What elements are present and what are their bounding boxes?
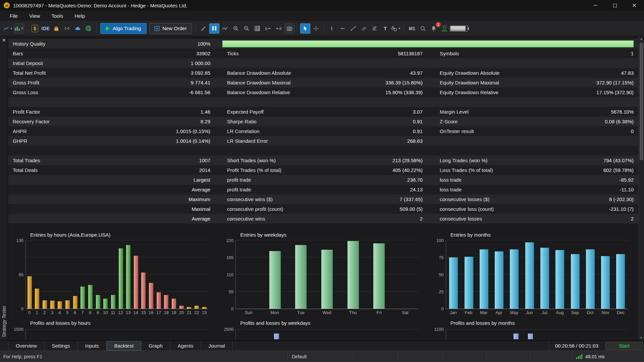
stat-label: profit trade — [227, 177, 251, 183]
stats-row[interactable]: Initial Deposit1 000.00 — [8, 58, 638, 68]
x-tick-label: 23 — [201, 310, 208, 315]
mt5-window: 10008297497 - MetaQuotes-Demo: Demo Acco… — [0, 0, 644, 362]
x-tick-label: 17 — [155, 310, 163, 315]
stats-row[interactable] — [8, 146, 638, 156]
trendline-button[interactable] — [348, 23, 358, 34]
stats-row[interactable]: Averageprofit trade24.13loss trade-11.10 — [8, 185, 638, 194]
fibonacci-button[interactable] — [370, 23, 380, 34]
bar-slot — [552, 240, 568, 309]
stat-value: 581136187 — [398, 51, 423, 56]
scrollbar-thumb[interactable] — [640, 43, 643, 160]
cursor-button[interactable] — [300, 23, 310, 34]
new-chart-button[interactable]: ▼ — [3, 23, 13, 34]
zigzag-button[interactable] — [220, 23, 230, 34]
timeframe-m1-button[interactable]: M1 — [407, 23, 417, 34]
tick-chart-button[interactable] — [199, 23, 209, 34]
search-icon — [420, 25, 426, 32]
stats-row[interactable] — [8, 97, 638, 107]
scroll-down-icon[interactable]: ▼ — [640, 335, 643, 341]
search-button[interactable] — [418, 23, 428, 34]
tab-backtest[interactable]: Backtest — [107, 341, 142, 351]
status-profile[interactable]: Default — [287, 351, 353, 362]
cloud-button[interactable] — [73, 23, 83, 34]
backtest-stats-table: History Quality100%Bars33902Ticks5811361… — [8, 36, 638, 224]
stats-row[interactable]: Maximalconsecutive profit (count)509.00 … — [8, 204, 638, 214]
bar-3 — [50, 301, 55, 309]
crosshair-button[interactable] — [311, 23, 321, 34]
bar-1 — [35, 289, 39, 309]
stats-row[interactable]: GHPR1.0014 (0.14%)LR Standard Error268.6… — [8, 136, 638, 146]
stat-value: 268.63 — [407, 138, 423, 144]
zoom-out-button[interactable] — [241, 23, 252, 34]
community-button[interactable] — [84, 23, 94, 34]
menu-help[interactable]: Help — [69, 11, 91, 21]
shift-chart-button[interactable] — [274, 23, 284, 34]
stats-row[interactable]: Maximumconsecutive wins ($)7 (337.65)con… — [8, 194, 638, 204]
stats-row[interactable]: Total Deals2014Profit Trades (% of total… — [8, 165, 638, 175]
stats-cell — [435, 136, 634, 146]
tab-journal[interactable]: Journal — [201, 341, 233, 351]
chart-profiles-button[interactable]: ▼ — [14, 23, 24, 34]
menu-tools[interactable]: Tools — [46, 11, 69, 21]
status-connection[interactable]: 48.01 ms — [572, 351, 644, 362]
stats-row[interactable]: Recovery Factor8.29Sharpe Ratio0.91Z-Sco… — [8, 117, 638, 126]
stats-row[interactable]: Bars33902Ticks581136187Symbols1 — [8, 49, 638, 58]
stats-row[interactable]: History Quality100% — [8, 39, 638, 49]
channel-button[interactable] — [359, 23, 369, 34]
bar-12 — [119, 248, 123, 309]
vertical-scrollbar[interactable]: ▲ ▼ — [638, 36, 644, 341]
level-indicator[interactable]: LVL — [442, 24, 447, 32]
stats-cell: LR Standard Error268.63 — [222, 136, 423, 146]
toolbar-separator — [27, 24, 27, 33]
new-order-button[interactable]: New Order — [149, 23, 192, 34]
tab-overview[interactable]: Overview — [8, 341, 45, 351]
tab-graph[interactable]: Graph — [141, 341, 170, 351]
stat-value: 602 (59.78%) — [603, 167, 634, 173]
stats-row[interactable]: Gross Loss-6 681.56Balance Drawdown Rela… — [8, 87, 638, 97]
stats-row[interactable]: Gross Profit9 774.41Balance Drawdown Max… — [8, 78, 638, 87]
pause-button[interactable] — [209, 23, 219, 34]
screenshot-button[interactable] — [284, 23, 294, 34]
stat-value: 43.97 — [410, 70, 423, 76]
shift-end-button[interactable] — [263, 23, 273, 34]
stats-row[interactable]: Total Trades1007Short Trades (won %)213 … — [8, 156, 638, 165]
menu-view[interactable]: View — [23, 11, 46, 21]
bar-slot — [94, 240, 102, 309]
tab-agents[interactable]: Agents — [170, 341, 201, 351]
x-tick-label: 7 — [79, 310, 87, 315]
scroll-up-icon[interactable]: ▲ — [640, 36, 643, 42]
stats-row[interactable]: AHPR1.0015 (0.15%)LR Correlation0.91OnTe… — [8, 126, 638, 136]
chart-entries-by-weekdays: Entries by weekdays055110165220SunMonTue… — [218, 232, 428, 315]
shapes-button[interactable]: ▼ — [391, 23, 401, 34]
stats-cell: Profit Factor1.46 — [8, 107, 210, 117]
minimize-button[interactable]: ─ — [586, 0, 605, 11]
signals-button[interactable] — [62, 23, 72, 34]
stats-row[interactable]: Profit Factor1.46Expected Payoff3.07Marg… — [8, 107, 638, 117]
ide-button[interactable]: IDE — [41, 23, 51, 34]
zoom-in-button[interactable] — [231, 23, 241, 34]
stats-row[interactable]: Total Net Profit3 092.85Balance Drawdown… — [8, 68, 638, 78]
horizontal-line-button[interactable] — [337, 23, 347, 34]
stats-cell: History Quality100% — [8, 39, 210, 49]
market-watch-button[interactable]: $ — [30, 23, 40, 34]
target-icon — [85, 25, 92, 32]
grid-button[interactable] — [252, 23, 262, 34]
stats-row[interactable]: Largestprofit trade238.70loss trade-85.9… — [8, 175, 638, 185]
market-store-button[interactable] — [51, 23, 61, 34]
notifications-button[interactable]: 1 — [429, 23, 439, 34]
algo-trading-button[interactable]: Algo Trading — [100, 23, 147, 34]
stat-label: Expected Payoff — [227, 109, 264, 115]
text-tool-button[interactable]: T — [380, 23, 390, 34]
stats-cell: Bars33902 — [8, 49, 210, 58]
start-button[interactable]: Start — [605, 342, 643, 350]
stat-label: History Quality — [13, 41, 46, 47]
stats-row[interactable]: Averageconsecutive wins2consecutive loss… — [8, 214, 638, 224]
tab-inputs[interactable]: Inputs — [78, 341, 107, 351]
close-button[interactable]: ✕ — [625, 0, 644, 11]
maximize-button[interactable] — [605, 0, 625, 11]
x-tick-label: 15 — [140, 310, 147, 315]
panel-close-icon[interactable]: ✕ — [2, 37, 6, 43]
menu-file[interactable]: File — [4, 11, 23, 21]
tab-settings[interactable]: Settings — [45, 341, 78, 351]
vertical-line-button[interactable] — [327, 23, 337, 34]
